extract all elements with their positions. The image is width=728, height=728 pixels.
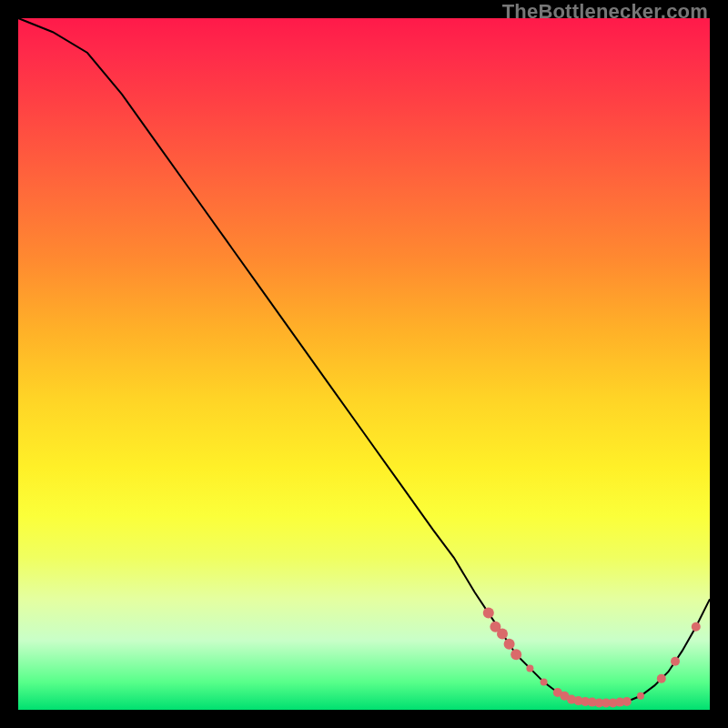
- marker-dot: [541, 679, 548, 686]
- chart-svg: [18, 18, 710, 710]
- bottleneck-curve: [18, 18, 710, 703]
- chart-frame: TheBottlenecker.com: [0, 0, 728, 728]
- marker-dot: [622, 697, 632, 706]
- marker-dot: [497, 628, 508, 639]
- marker-dot: [511, 649, 521, 660]
- plot-area: [18, 18, 710, 710]
- marker-dot: [692, 622, 701, 632]
- marker-group: [483, 608, 701, 708]
- marker-dot: [504, 639, 515, 650]
- marker-dot: [637, 693, 644, 700]
- marker-dot: [671, 657, 680, 666]
- marker-dot: [483, 608, 494, 619]
- marker-dot: [657, 674, 666, 683]
- marker-dot: [526, 664, 533, 672]
